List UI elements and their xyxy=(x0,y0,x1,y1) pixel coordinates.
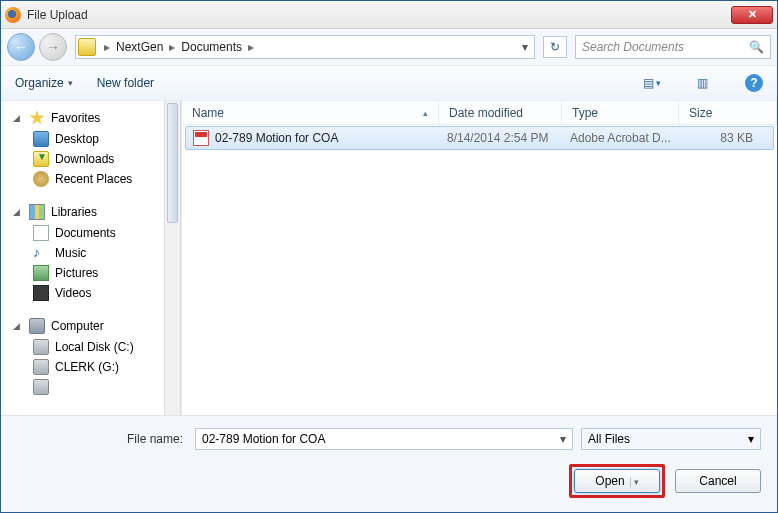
sidebar-item-recent[interactable]: Recent Places xyxy=(7,169,164,189)
chevron-down-icon: ▾ xyxy=(748,432,754,446)
cancel-button[interactable]: Cancel xyxy=(675,469,761,493)
help-button[interactable]: ? xyxy=(745,74,763,92)
preview-pane-button[interactable]: ▥ xyxy=(689,72,715,94)
chevron-down-icon: ▾ xyxy=(68,78,73,88)
body: ◢Favorites Desktop ▼Downloads Recent Pla… xyxy=(1,101,777,415)
sidebar-item-localdisk[interactable]: Local Disk (C:) xyxy=(7,337,164,357)
drive-icon xyxy=(33,379,49,395)
sidebar-item-documents[interactable]: Documents xyxy=(7,223,164,243)
breadcrumb-item-documents[interactable]: Documents xyxy=(179,40,244,54)
toolbar: Organize ▾ New folder ▤ ▾ ▥ ? xyxy=(1,65,777,101)
file-row[interactable]: 02-789 Motion for COA 8/14/2014 2:54 PM … xyxy=(185,126,774,150)
filename-input[interactable]: 02-789 Motion for COA ▾ xyxy=(195,428,573,450)
column-header-type[interactable]: Type xyxy=(562,101,679,124)
breadcrumb-dropdown-icon[interactable]: ▾ xyxy=(518,40,532,54)
desktop-icon xyxy=(33,131,49,147)
pictures-icon xyxy=(33,265,49,281)
sidebar-item-music[interactable]: ♪Music xyxy=(7,243,164,263)
organize-button[interactable]: Organize ▾ xyxy=(15,76,73,90)
filename-label: File name: xyxy=(17,432,187,446)
sidebar-scrollbar[interactable] xyxy=(164,101,181,415)
chevron-down-icon: ▾ xyxy=(656,78,661,88)
forward-arrow-icon: → xyxy=(46,39,60,55)
open-button[interactable]: Open▾ xyxy=(574,469,660,493)
new-folder-button[interactable]: New folder xyxy=(97,76,154,90)
videos-icon xyxy=(33,285,49,301)
refresh-button[interactable]: ↻ xyxy=(543,36,567,58)
column-header-date[interactable]: Date modified xyxy=(439,101,562,124)
filename-value: 02-789 Motion for COA xyxy=(202,432,325,446)
sidebar-item-pictures[interactable]: Pictures xyxy=(7,263,164,283)
preview-icon: ▥ xyxy=(697,76,708,90)
breadcrumb-bar[interactable]: ▸ NextGen ▸ Documents ▸ ▾ xyxy=(75,35,535,59)
document-icon xyxy=(33,225,49,241)
bottom-panel: File name: 02-789 Motion for COA ▾ All F… xyxy=(1,415,777,512)
forward-button[interactable]: → xyxy=(39,33,67,61)
back-arrow-icon: ← xyxy=(14,39,28,55)
column-header-name[interactable]: Name▴ xyxy=(182,101,439,124)
recent-icon xyxy=(33,171,49,187)
sidebar-item-desktop[interactable]: Desktop xyxy=(7,129,164,149)
sort-asc-icon: ▴ xyxy=(423,108,428,118)
file-date: 8/14/2014 2:54 PM xyxy=(447,131,570,145)
computer-icon xyxy=(29,318,45,334)
sidebar-item-blank[interactable] xyxy=(7,377,164,397)
sidebar-group-libraries[interactable]: ◢Libraries xyxy=(7,201,164,223)
file-type: Adobe Acrobat D... xyxy=(570,131,687,145)
breadcrumb-sep-icon: ▸ xyxy=(244,40,258,54)
file-list: 02-789 Motion for COA 8/14/2014 2:54 PM … xyxy=(182,125,777,415)
scrollbar-thumb[interactable] xyxy=(167,103,178,223)
downloads-icon: ▼ xyxy=(33,151,49,167)
folder-icon xyxy=(78,38,96,56)
view-options-button[interactable]: ▤ ▾ xyxy=(639,72,665,94)
breadcrumb-sep-icon: ▸ xyxy=(165,40,179,54)
file-name: 02-789 Motion for COA xyxy=(215,131,447,145)
titlebar: File Upload ✕ xyxy=(1,1,777,29)
file-size: 83 KB xyxy=(687,131,773,145)
breadcrumb-item-nextgen[interactable]: NextGen xyxy=(114,40,165,54)
sidebar-item-downloads[interactable]: ▼Downloads xyxy=(7,149,164,169)
pdf-icon xyxy=(193,130,209,146)
filename-dropdown-icon[interactable]: ▾ xyxy=(560,432,566,446)
search-icon: 🔍 xyxy=(749,40,764,54)
window-title: File Upload xyxy=(27,8,731,22)
breadcrumb-sep-icon: ▸ xyxy=(100,40,114,54)
libraries-icon xyxy=(29,204,45,220)
file-upload-dialog: File Upload ✕ ← → ▸ NextGen ▸ Documents … xyxy=(0,0,778,513)
sidebar-group-favorites[interactable]: ◢Favorites xyxy=(7,107,164,129)
close-button[interactable]: ✕ xyxy=(731,6,773,24)
filter-label: All Files xyxy=(588,432,630,446)
open-split-icon[interactable]: ▾ xyxy=(630,477,639,487)
firefox-icon xyxy=(5,7,21,23)
column-header-row: Name▴ Date modified Type Size xyxy=(182,101,777,125)
sidebar: ◢Favorites Desktop ▼Downloads Recent Pla… xyxy=(1,101,164,415)
file-filter-dropdown[interactable]: All Files ▾ xyxy=(581,428,761,450)
music-icon: ♪ xyxy=(33,245,49,261)
open-button-highlight: Open▾ xyxy=(569,464,665,498)
refresh-icon: ↻ xyxy=(550,40,560,54)
back-button[interactable]: ← xyxy=(7,33,35,61)
search-placeholder: Search Documents xyxy=(582,40,684,54)
search-input[interactable]: Search Documents 🔍 xyxy=(575,35,771,59)
star-icon xyxy=(29,110,45,126)
sidebar-group-computer[interactable]: ◢Computer xyxy=(7,315,164,337)
drive-icon xyxy=(33,359,49,375)
view-icon: ▤ xyxy=(643,76,654,90)
drive-icon xyxy=(33,339,49,355)
nav-row: ← → ▸ NextGen ▸ Documents ▸ ▾ ↻ Search D… xyxy=(1,29,777,65)
file-pane: Name▴ Date modified Type Size 02-789 Mot… xyxy=(181,101,777,415)
sidebar-item-clerk[interactable]: CLERK (G:) xyxy=(7,357,164,377)
column-header-size[interactable]: Size xyxy=(679,101,777,124)
sidebar-item-videos[interactable]: Videos xyxy=(7,283,164,303)
